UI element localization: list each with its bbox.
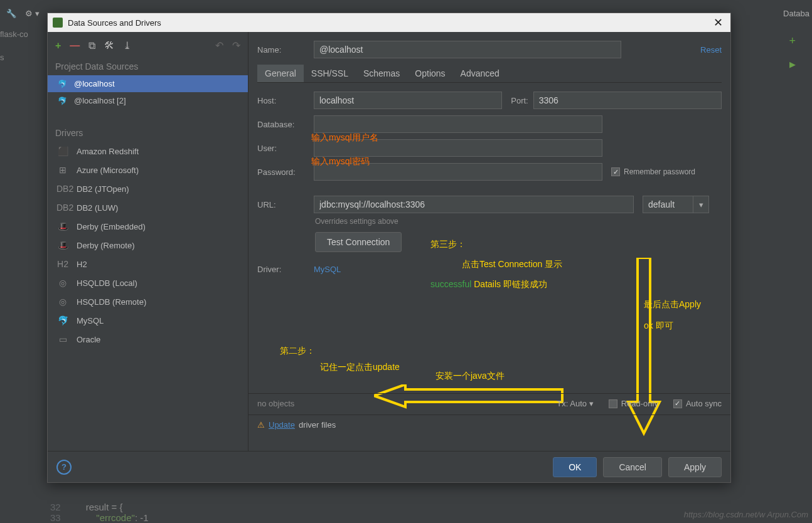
port-label: Port:	[511, 96, 528, 105]
mysql-icon: 🐬	[56, 97, 68, 105]
password-label: Password:	[257, 167, 314, 177]
driver-item-amazon-redshift[interactable]: ⬛Amazon Redshift	[48, 142, 248, 161]
help-button[interactable]: ?	[56, 460, 72, 475]
driver-label: MySQL	[77, 316, 104, 325]
url-mode-select[interactable]	[643, 196, 693, 213]
host-input[interactable]	[314, 92, 502, 109]
anno-step3-line2: successful Datails 即链接成功	[430, 279, 547, 290]
bg-text: s	[0, 53, 4, 62]
driver-item-hsqldb-local-[interactable]: ◎HSQLDB (Local)	[48, 273, 248, 292]
tab-ssh-ssl[interactable]: SSH/SSL	[304, 65, 356, 82]
driver-label: Amazon Redshift	[77, 147, 139, 156]
name-label: Name:	[257, 45, 314, 55]
update-driver-link[interactable]: Update	[269, 420, 295, 430]
toolbar-wrench-icon: 🔧	[6, 9, 16, 18]
dialog-titlebar: Data Sources and Drivers ✕	[48, 13, 730, 32]
driver-item-h2[interactable]: H2H2	[48, 255, 248, 273]
autosync-checkbox[interactable]: ✓	[673, 399, 682, 408]
driver-label: HSQLDB (Remote)	[77, 297, 146, 307]
settings-icon[interactable]: 🛠	[104, 40, 114, 51]
autosync-label: Auto sync	[686, 399, 722, 408]
url-input[interactable]	[314, 196, 634, 213]
driver-item-derby-embedded-[interactable]: 🎩Derby (Embedded)	[48, 217, 248, 236]
driver-icon: DB2	[56, 184, 69, 194]
remove-icon[interactable]: —	[70, 40, 80, 51]
main-panel: Name: Reset GeneralSSH/SSLSchemasOptions…	[248, 32, 730, 451]
name-input[interactable]	[314, 41, 621, 58]
password-input[interactable]	[314, 163, 602, 181]
add-icon[interactable]: +	[55, 40, 61, 51]
driver-icon: H2	[56, 259, 69, 269]
driver-label: H2	[77, 260, 87, 269]
tab-schemas[interactable]: Schemas	[356, 65, 407, 82]
data-source-label: @localhost	[74, 79, 115, 88]
bg-database-panel-label: Databa	[783, 9, 809, 18]
driver-item-hsqldb-remote-[interactable]: ◎HSQLDB (Remote)	[48, 292, 248, 311]
driver-item-db2-luw-[interactable]: DB2DB2 (LUW)	[48, 198, 248, 217]
anno-final1: 最后点击Apply	[644, 299, 701, 310]
tab-options[interactable]: Options	[407, 65, 452, 82]
remember-password-label: Remember password	[624, 167, 695, 176]
driver-label: Derby (Embedded)	[77, 222, 146, 231]
driver-icon: 🎩	[56, 221, 69, 231]
watermark: https://blog.csdn.net/w Arpun.Com	[684, 510, 808, 519]
driver-item-azure-microsoft-[interactable]: ⊞Azure (Microsoft)	[48, 161, 248, 179]
readonly-label: Read-only	[621, 399, 658, 408]
reset-link[interactable]: Reset	[700, 45, 722, 55]
driver-icon: ▭	[56, 334, 69, 344]
test-connection-button[interactable]: Test Connection	[315, 232, 402, 252]
redo-icon[interactable]: ↷	[232, 40, 240, 51]
remember-password-checkbox[interactable]: ✓	[611, 167, 620, 176]
driver-icon: ⊞	[56, 165, 69, 175]
driver-label: DB2 (JTOpen)	[77, 184, 129, 194]
readonly-checkbox[interactable]	[609, 399, 617, 408]
update-driver-text: driver files	[299, 420, 336, 430]
driver-icon: ◎	[56, 297, 69, 307]
data-sources-dialog: Data Sources and Drivers ✕ + — ⧉ 🛠 ⤓ ↶ ↷…	[47, 13, 731, 483]
data-source-localhost-2[interactable]: 🐬 @localhost [2]	[48, 92, 248, 109]
driver-label: HSQLDB (Local)	[77, 278, 137, 288]
driver-label: Oracle	[77, 335, 100, 344]
toolbar-gear-icon: ⚙ ▾	[25, 9, 40, 18]
no-objects-label: no objects	[257, 399, 294, 408]
host-label: Host:	[257, 96, 314, 105]
driver-label: Azure (Microsoft)	[77, 166, 139, 175]
bg-project-name: flask-co	[0, 29, 28, 39]
close-icon[interactable]: ✕	[711, 16, 725, 29]
cancel-button[interactable]: Cancel	[603, 457, 662, 477]
data-source-localhost[interactable]: 🐬 @localhost	[48, 75, 248, 92]
objects-bar: no objects Tx: Auto ▾ Read-only ✓Auto sy…	[248, 393, 730, 413]
database-input[interactable]	[314, 115, 602, 133]
project-data-sources-header: Project Data Sources	[48, 55, 248, 75]
undo-icon[interactable]: ↶	[215, 40, 223, 51]
copy-icon[interactable]: ⧉	[88, 40, 95, 51]
driver-link[interactable]: MySQL	[314, 265, 341, 274]
tab-general[interactable]: General	[257, 65, 304, 82]
driver-item-mysql[interactable]: 🐬MySQL	[48, 311, 248, 330]
anno-step2-line1: 记住一定点击update	[320, 362, 400, 373]
import-icon[interactable]: ⤓	[123, 40, 131, 51]
driver-label: Derby (Remote)	[77, 241, 134, 250]
mysql-icon: 🐬	[56, 80, 68, 88]
database-label: Database:	[257, 120, 314, 129]
app-icon	[53, 18, 63, 28]
anno-step3-title: 第三步：	[430, 239, 466, 250]
data-source-label: @localhost [2]	[74, 96, 126, 105]
bg-run-icon[interactable]: ▶	[789, 60, 796, 69]
driver-icon: 🎩	[56, 240, 69, 250]
tab-advanced[interactable]: Advanced	[453, 65, 507, 82]
sidebar: + — ⧉ 🛠 ⤓ ↶ ↷ Project Data Sources 🐬 @lo…	[48, 32, 248, 451]
driver-icon: 🐬	[56, 315, 69, 325]
bg-add-icon[interactable]: +	[789, 34, 796, 48]
driver-item-derby-remote-[interactable]: 🎩Derby (Remote)	[48, 236, 248, 255]
update-driver-bar: ⚠ Update driver files	[248, 415, 730, 435]
tx-mode-dropdown[interactable]: Tx: Auto ▾	[557, 399, 593, 408]
driver-item-oracle[interactable]: ▭Oracle	[48, 330, 248, 349]
chevron-down-icon[interactable]: ▾	[693, 196, 709, 213]
port-input[interactable]	[533, 92, 722, 109]
user-input[interactable]	[314, 139, 602, 157]
ok-button[interactable]: OK	[553, 457, 597, 477]
apply-button[interactable]: Apply	[668, 457, 722, 477]
driver-item-db2-jtopen-[interactable]: DB2DB2 (JTOpen)	[48, 179, 248, 198]
code-editor-bg: 32result = { 33 "errcode": -1	[50, 502, 149, 523]
